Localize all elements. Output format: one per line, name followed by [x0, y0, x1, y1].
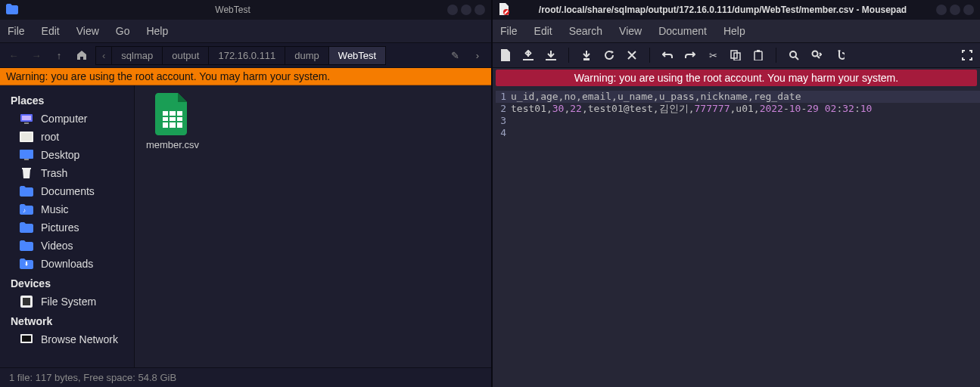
line-number: 2 — [496, 103, 506, 115]
sidebar-item-filesystem[interactable]: File System — [3, 293, 131, 311]
document-icon — [499, 3, 509, 17]
reload-button[interactable] — [602, 48, 616, 62]
network-icon — [20, 333, 33, 345]
ed-titlebar[interactable]: /root/.local/share/sqlmap/output/172.16.… — [493, 0, 980, 20]
videos-icon — [20, 240, 33, 252]
file-manager-window: WebTest File Edit View Go Help ← → ↑ ‹ s… — [0, 0, 493, 387]
svg-text:♪: ♪ — [23, 207, 26, 214]
menu-edit[interactable]: Edit — [534, 25, 552, 37]
nav-home-button[interactable] — [73, 46, 91, 64]
documents-icon — [20, 185, 33, 197]
sidebar-item-label: Desktop — [41, 149, 79, 161]
menu-go[interactable]: Go — [116, 25, 130, 37]
svg-rect-16 — [546, 59, 556, 60]
find-button[interactable] — [787, 48, 801, 62]
copy-button[interactable] — [729, 48, 742, 62]
sidebar-item-label: Music — [41, 203, 69, 215]
code-line[interactable]: 4 — [496, 127, 980, 139]
ed-menubar: File Edit Search View Document Help — [493, 20, 980, 42]
sidebar-item-label: Pictures — [41, 221, 79, 234]
save-file-button[interactable] — [544, 48, 558, 62]
sidebar-item-label: Browse Network — [41, 333, 118, 345]
svg-rect-20 — [754, 51, 762, 60]
paste-button[interactable] — [751, 48, 765, 62]
sidebar-item-label: Downloads — [41, 258, 93, 270]
sidebar-item-root[interactable]: root — [3, 128, 131, 146]
sidebar-item-videos[interactable]: Videos — [3, 237, 131, 255]
sidebar-item-downloads[interactable]: Downloads — [3, 255, 131, 273]
minimize-button[interactable] — [447, 5, 458, 15]
file-name: member.csv — [142, 139, 203, 150]
close-doc-button[interactable] — [625, 48, 639, 62]
fm-toolbar: ← → ↑ ‹ sqlmap output 172.16.0.111 dump … — [0, 42, 491, 68]
desktop-icon — [20, 149, 33, 161]
menu-file[interactable]: File — [500, 25, 518, 37]
breadcrumb-next[interactable]: › — [468, 46, 487, 64]
sidebar-item-computer[interactable]: Computer — [3, 110, 131, 128]
status-text: 1 file: 117 bytes, Free space: 54.8 GiB — [9, 372, 176, 383]
drive-icon — [20, 296, 33, 308]
crumb-sqlmap[interactable]: sqlmap — [111, 46, 162, 65]
menu-help[interactable]: Help — [723, 25, 745, 37]
downloads-icon — [20, 258, 33, 270]
crumb-output[interactable]: output — [162, 46, 208, 65]
line-number: 3 — [496, 115, 506, 127]
menu-view[interactable]: View — [619, 25, 642, 37]
nav-up-button[interactable]: ↑ — [50, 46, 68, 64]
save-as-button[interactable] — [580, 48, 593, 62]
folder-icon — [20, 131, 33, 143]
crumb-webtest[interactable]: WebTest — [328, 46, 386, 65]
maximize-button[interactable] — [461, 5, 471, 15]
file-item[interactable]: member.csv — [142, 93, 203, 150]
close-button[interactable] — [474, 5, 485, 15]
line-number: 4 — [496, 127, 506, 139]
close-button[interactable] — [963, 5, 974, 15]
menu-help[interactable]: Help — [146, 25, 168, 37]
cut-button[interactable]: ✂ — [706, 48, 720, 62]
code-line[interactable]: 3 — [496, 115, 980, 127]
ed-toolbar: ✂ — [493, 42, 980, 68]
svg-point-22 — [790, 51, 796, 57]
sidebar-item-music[interactable]: ♪ Music — [3, 200, 131, 218]
new-file-button[interactable] — [499, 48, 512, 62]
breadcrumb-prev[interactable]: ‹ — [95, 46, 111, 65]
fullscreen-button[interactable] — [960, 48, 974, 62]
edit-path-button[interactable]: ✎ — [446, 46, 464, 64]
sidebar-item-browse-network[interactable]: Browse Network — [3, 330, 131, 348]
menu-document[interactable]: Document — [658, 25, 707, 37]
sidebar-item-trash[interactable]: Trash — [3, 164, 131, 182]
sidebar-item-documents[interactable]: Documents — [3, 182, 131, 200]
ed-title: /root/.local/share/sqlmap/output/172.16.… — [515, 5, 930, 15]
find-replace-button[interactable] — [810, 48, 823, 62]
crumb-ip[interactable]: 172.16.0.111 — [208, 46, 285, 65]
nav-back-button[interactable]: ← — [5, 46, 23, 64]
menu-search[interactable]: Search — [569, 25, 602, 37]
menu-edit[interactable]: Edit — [42, 25, 60, 37]
code-line[interactable]: 1 u_id,age,no,email,u_name,u_pass,nickna… — [496, 91, 980, 103]
spreadsheet-icon — [155, 93, 190, 135]
sidebar-item-pictures[interactable]: Pictures — [3, 218, 131, 237]
svg-rect-9 — [23, 298, 30, 305]
redo-button[interactable] — [683, 48, 697, 62]
minimize-button[interactable] — [936, 5, 947, 15]
menu-view[interactable]: View — [76, 25, 99, 37]
editor[interactable]: 1 u_id,age,no,email,u_name,u_pass,nickna… — [493, 88, 980, 387]
svg-rect-4 — [21, 133, 32, 141]
crumb-dump[interactable]: dump — [285, 46, 328, 65]
goto-button[interactable] — [832, 48, 846, 62]
sidebar-item-desktop[interactable]: Desktop — [3, 146, 131, 164]
open-file-button[interactable] — [521, 48, 535, 62]
root-warning: Warning: you are using the root account.… — [496, 70, 977, 86]
svg-rect-11 — [22, 336, 31, 342]
code-text: u_id,age,no,email,u_name,u_pass,nickname… — [511, 91, 801, 103]
fm-titlebar[interactable]: WebTest — [0, 0, 491, 20]
file-view[interactable]: member.csv — [135, 85, 491, 367]
code-line[interactable]: 2 test01,30,22,test01@test,김인기,777777,u0… — [496, 103, 980, 115]
nav-forward-button[interactable]: → — [27, 46, 45, 64]
undo-button[interactable] — [661, 48, 674, 62]
music-icon: ♪ — [20, 203, 33, 215]
maximize-button[interactable] — [950, 5, 960, 15]
sidebar: Places Computer root Desktop Trash Docum… — [0, 85, 135, 367]
fm-menubar: File Edit View Go Help — [0, 20, 491, 42]
menu-file[interactable]: File — [8, 25, 25, 37]
